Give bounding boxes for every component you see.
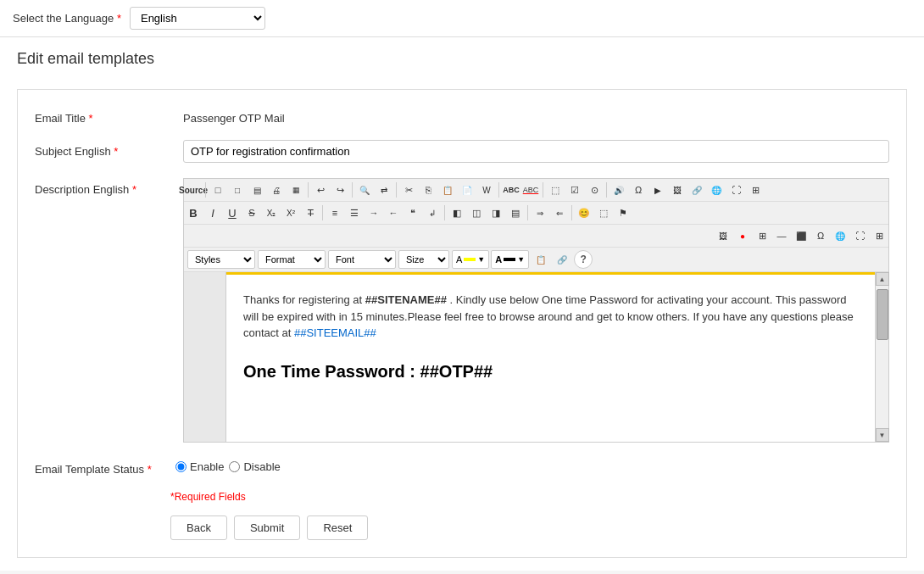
iframe-icon: ⬚ xyxy=(599,208,608,219)
rtl-btn[interactable]: ⇐ xyxy=(550,203,569,222)
required-note: *Required Fields xyxy=(170,491,889,503)
table-btn[interactable]: ⊞ xyxy=(753,226,771,245)
ul-btn[interactable]: ☰ xyxy=(345,203,364,222)
flash3-btn[interactable]: ● xyxy=(733,226,752,245)
spell-btn[interactable]: ABC xyxy=(502,181,520,199)
bold-btn[interactable]: B xyxy=(184,203,203,222)
link2-btn[interactable]: 🔗 xyxy=(687,181,706,199)
newpage-btn[interactable] xyxy=(209,181,227,199)
print-btn[interactable]: 🖨 xyxy=(267,181,286,199)
globe-icon: 🌐 xyxy=(835,231,845,241)
language-label: Select the Language * xyxy=(13,12,121,25)
replace-btn[interactable]: ⇄ xyxy=(375,181,393,199)
superscript-btn[interactable]: X² xyxy=(281,203,300,222)
sep4 xyxy=(396,182,397,198)
font-select[interactable]: Font xyxy=(328,250,396,269)
font-color-btn[interactable]: A ▼ xyxy=(452,250,489,269)
spellcheck2-btn[interactable]: ABC xyxy=(521,181,540,199)
back-button[interactable]: Back xyxy=(170,515,227,540)
italic-btn[interactable]: I xyxy=(203,203,222,222)
iframe-btn[interactable]: ⬚ xyxy=(594,203,613,222)
main-content: Edit email templates Email Title * Passe… xyxy=(0,37,924,571)
paste-btn[interactable]: 📋 xyxy=(438,181,457,199)
reset-button[interactable]: Reset xyxy=(307,515,368,540)
radio-icon: ⊙ xyxy=(591,185,598,196)
templates-btn[interactable]: ▤ xyxy=(248,181,266,199)
charmap-btn[interactable]: Ω xyxy=(811,226,830,245)
pastefromword-btn[interactable]: W xyxy=(477,181,496,199)
image2-btn[interactable]: 🖼 xyxy=(668,181,687,199)
toolbar-row-3: 🖼 ● ⊞ — ⬛ Ω xyxy=(184,225,888,248)
subject-input[interactable] xyxy=(183,140,889,163)
language-select[interactable]: English French Spanish xyxy=(130,7,265,30)
flag-btn[interactable]: ⚑ xyxy=(614,203,632,222)
text-color-btn[interactable]: A ▼ xyxy=(491,250,529,269)
align-right-btn[interactable]: ◨ xyxy=(487,203,505,222)
showblocks-btn[interactable]: ⊞ xyxy=(746,181,765,199)
scroll-up[interactable]: ▲ xyxy=(876,272,889,286)
maximize2-btn[interactable]: ⛶ xyxy=(850,226,869,245)
ltr-btn[interactable]: ⇒ xyxy=(531,203,549,222)
status-enable-radio[interactable] xyxy=(175,461,186,472)
subscript-btn[interactable]: X₂ xyxy=(262,203,281,222)
unlink2-btn[interactable]: 🌐 xyxy=(707,181,726,199)
align-center-btn[interactable]: ◫ xyxy=(467,203,486,222)
paste-text-btn2[interactable]: 📋 xyxy=(532,250,550,269)
help-btn[interactable]: ? xyxy=(574,250,593,269)
text-color-label: A xyxy=(495,254,502,265)
align-left-btn[interactable]: ◧ xyxy=(448,203,466,222)
status-disable-group: Disable xyxy=(229,460,280,473)
scroll-thumb[interactable] xyxy=(877,289,888,340)
about-btn[interactable]: 🔊 xyxy=(610,181,628,199)
cut-btn[interactable]: ✂ xyxy=(399,181,418,199)
link3-icon: 🔗 xyxy=(557,255,567,265)
blockquote-btn[interactable]: ❝ xyxy=(404,203,422,222)
smiley-btn[interactable]: 😊 xyxy=(575,203,593,222)
source-btn[interactable]: Source xyxy=(184,181,203,199)
copy-btn[interactable]: ⎘ xyxy=(419,181,437,199)
scroll-down[interactable]: ▼ xyxy=(876,428,889,442)
newpage-icon xyxy=(215,185,221,195)
checkbox-btn[interactable]: ☑ xyxy=(565,181,584,199)
blockquote-icon: ❝ xyxy=(410,208,415,219)
find-btn[interactable]: 🔍 xyxy=(355,181,374,199)
flag-icon: ⚑ xyxy=(619,208,627,219)
undo-btn[interactable]: ↩ xyxy=(311,181,330,199)
preview-btn[interactable]: □ xyxy=(228,181,247,199)
sep8 xyxy=(322,205,323,220)
underline-btn[interactable]: U xyxy=(223,203,242,222)
showblocks-icon: ⊞ xyxy=(752,185,760,196)
sep10 xyxy=(527,205,528,220)
align-justify-btn[interactable]: ▤ xyxy=(506,203,525,222)
ol-btn[interactable]: ≡ xyxy=(326,203,344,222)
status-disable-radio[interactable] xyxy=(229,461,240,472)
maximize-btn[interactable]: ⛶ xyxy=(726,181,745,199)
redo-btn[interactable]: ↪ xyxy=(331,181,349,199)
createDiv-btn[interactable]: ↲ xyxy=(423,203,442,222)
iframe2-btn[interactable]: ⬛ xyxy=(792,226,810,245)
outdent-btn[interactable]: ← xyxy=(384,203,403,222)
globe-btn[interactable]: 🌐 xyxy=(831,226,849,245)
image3-btn[interactable]: 🖼 xyxy=(714,226,732,245)
strikethrough-btn[interactable]: S xyxy=(242,203,261,222)
selectall-btn[interactable]: ⬚ xyxy=(546,181,565,199)
hrule-btn[interactable]: — xyxy=(772,226,791,245)
submit-button[interactable]: Submit xyxy=(234,515,300,540)
flash-btn[interactable]: ▶ xyxy=(648,181,667,199)
link3-btn[interactable]: 🔗 xyxy=(553,250,571,269)
specialchar-btn[interactable]: Ω xyxy=(629,181,648,199)
pastetext-btn[interactable]: 📄 xyxy=(458,181,476,199)
editor-container: Source □ ▤ 🖨 ▦ xyxy=(183,178,889,443)
page-title: Edit email templates xyxy=(17,50,907,72)
radio-btn[interactable]: ⊙ xyxy=(585,181,604,199)
indent-btn[interactable]: → xyxy=(365,203,383,222)
showblocks2-btn[interactable]: ⊞ xyxy=(870,226,888,245)
styles-select[interactable]: Styles xyxy=(187,250,255,269)
size-select[interactable]: Size xyxy=(398,250,449,269)
editor-content-area[interactable]: Thanks for registering at ##SITENAME## .… xyxy=(226,272,875,442)
ol-icon: ≡ xyxy=(332,208,337,218)
toolbar-row-1: Source □ ▤ 🖨 ▦ xyxy=(184,179,888,202)
removeformat-btn[interactable]: T̶ xyxy=(301,203,320,222)
spellcheck-btn[interactable]: ▦ xyxy=(287,181,305,199)
format-select[interactable]: Format xyxy=(258,250,326,269)
